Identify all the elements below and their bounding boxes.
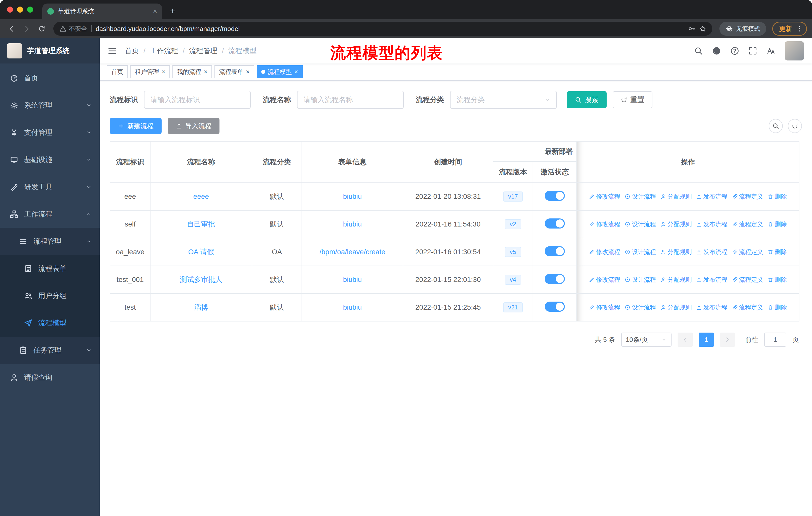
sidebar-item[interactable]: 系统管理 (0, 92, 100, 119)
action-link[interactable]: 分配规则 (661, 276, 692, 284)
action-link[interactable]: 流程定义 (732, 192, 763, 200)
tags-view-item[interactable]: 我的流程× (172, 65, 212, 78)
process-name-field[interactable] (303, 96, 397, 104)
action-link[interactable]: 设计流程 (625, 220, 656, 228)
category-select[interactable]: 流程分类 (450, 91, 557, 109)
action-link[interactable]: 删除 (768, 220, 787, 228)
forward-icon[interactable] (20, 22, 33, 35)
sidebar-item[interactable]: 请假查询 (0, 364, 100, 391)
browser-menu-icon[interactable] (796, 25, 803, 32)
sidebar-item[interactable]: 流程模型 (0, 309, 100, 336)
toggle-search-button[interactable] (769, 119, 783, 133)
action-link[interactable]: 修改流程 (589, 303, 620, 311)
active-toggle[interactable] (545, 302, 565, 312)
action-link[interactable]: 分配规则 (661, 248, 692, 256)
action-link[interactable]: 删除 (768, 248, 787, 256)
sidebar-item[interactable]: 任务管理 (0, 336, 100, 364)
active-toggle[interactable] (545, 218, 565, 228)
action-link[interactable]: 修改流程 (589, 192, 620, 200)
process-key-input[interactable] (144, 91, 251, 109)
action-link[interactable]: 发布流程 (696, 303, 727, 311)
action-link[interactable]: 流程定义 (732, 220, 763, 228)
tag-close-icon[interactable]: × (294, 69, 298, 75)
sidebar-item[interactable]: 基础设施 (0, 146, 100, 173)
search-icon[interactable] (694, 47, 703, 55)
action-link[interactable]: 分配规则 (661, 192, 692, 200)
breadcrumb-item[interactable]: 首页 (125, 46, 139, 56)
current-page-button[interactable]: 1 (699, 332, 714, 347)
tags-view-item[interactable]: 租户管理× (130, 65, 170, 78)
action-link[interactable]: 修改流程 (589, 276, 620, 284)
tags-view-item[interactable]: 流程表单× (214, 65, 254, 78)
action-link[interactable]: 删除 (768, 276, 787, 284)
action-link[interactable]: 设计流程 (625, 303, 656, 311)
action-link[interactable]: 修改流程 (589, 248, 620, 256)
action-link[interactable]: 分配规则 (661, 220, 692, 228)
update-button[interactable]: 更新 (772, 22, 807, 36)
sidebar-item[interactable]: 研发工具 (0, 173, 100, 200)
star-icon[interactable] (699, 25, 706, 32)
action-link[interactable]: 设计流程 (625, 248, 656, 256)
active-toggle[interactable] (545, 191, 565, 201)
help-icon[interactable] (730, 47, 739, 55)
browser-tab[interactable]: 芋道管理系统 × (42, 3, 162, 19)
process-name-input[interactable] (297, 91, 404, 109)
process-name-link[interactable]: OA 请假 (188, 248, 214, 256)
action-link[interactable]: 删除 (768, 192, 787, 200)
reset-button[interactable]: 重置 (613, 91, 652, 108)
avatar[interactable] (785, 41, 804, 60)
process-key-field[interactable] (150, 96, 244, 104)
action-link[interactable]: 发布流程 (696, 248, 727, 256)
key-icon[interactable] (688, 25, 695, 32)
action-link[interactable]: 发布流程 (696, 276, 727, 284)
minimize-window-button[interactable] (17, 6, 23, 12)
tag-close-icon[interactable]: × (246, 69, 250, 75)
form-info-link[interactable]: biubiu (343, 220, 362, 228)
breadcrumb-item[interactable]: 工作流程 (150, 46, 178, 56)
tag-close-icon[interactable]: × (204, 69, 207, 75)
page-size-select[interactable]: 10条/页 (621, 332, 671, 347)
form-info-link[interactable]: biubiu (343, 303, 362, 311)
github-icon[interactable] (712, 47, 721, 55)
sidebar-item[interactable]: 支付管理 (0, 119, 100, 146)
action-link[interactable]: 发布流程 (696, 192, 727, 200)
import-process-button[interactable]: 导入流程 (168, 118, 220, 134)
sidebar-item[interactable]: 流程表单 (0, 255, 100, 282)
refresh-table-button[interactable] (788, 119, 802, 133)
action-link[interactable]: 流程定义 (732, 303, 763, 311)
security-status[interactable]: 不安全 (59, 25, 87, 33)
fullscreen-icon[interactable] (749, 47, 757, 55)
tab-close-icon[interactable]: × (153, 8, 157, 15)
breadcrumb-item[interactable]: 流程管理 (189, 46, 218, 56)
action-link[interactable]: 流程定义 (732, 248, 763, 256)
close-window-button[interactable] (7, 6, 13, 12)
action-link[interactable]: 修改流程 (589, 220, 620, 228)
sidebar-item[interactable]: 流程管理 (0, 228, 100, 255)
back-icon[interactable] (5, 22, 18, 35)
active-toggle[interactable] (545, 274, 565, 284)
tag-close-icon[interactable]: × (162, 69, 165, 75)
action-link[interactable]: 发布流程 (696, 220, 727, 228)
action-link[interactable]: 删除 (768, 303, 787, 311)
goto-page-input[interactable] (764, 332, 786, 347)
process-name-link[interactable]: eeee (193, 192, 209, 200)
action-link[interactable]: 分配规则 (661, 303, 692, 311)
next-page-button[interactable] (720, 332, 735, 347)
form-info-link[interactable]: biubiu (343, 276, 362, 283)
action-link[interactable]: 设计流程 (625, 276, 656, 284)
fontsize-icon[interactable] (767, 47, 775, 55)
sidebar-item[interactable]: 首页 (0, 64, 100, 92)
sidebar-item[interactable]: 用户分组 (0, 282, 100, 309)
process-name-link[interactable]: 自己审批 (187, 220, 215, 228)
app-logo[interactable]: 芋道管理系统 (0, 38, 100, 63)
action-link[interactable]: 设计流程 (625, 192, 656, 200)
form-info-link[interactable]: /bpm/oa/leave/create (319, 248, 385, 256)
process-name-link[interactable]: 滔博 (194, 303, 208, 311)
reload-icon[interactable] (35, 22, 48, 35)
maximize-window-button[interactable] (27, 6, 33, 12)
hamburger-icon[interactable] (108, 46, 117, 55)
action-link[interactable]: 流程定义 (732, 276, 763, 284)
process-name-link[interactable]: 测试多审批人 (180, 276, 222, 283)
address-bar[interactable]: 不安全 dashboard.yudao.iocoder.cn/bpm/manag… (53, 22, 712, 36)
sidebar-item[interactable]: 工作流程 (0, 200, 100, 228)
